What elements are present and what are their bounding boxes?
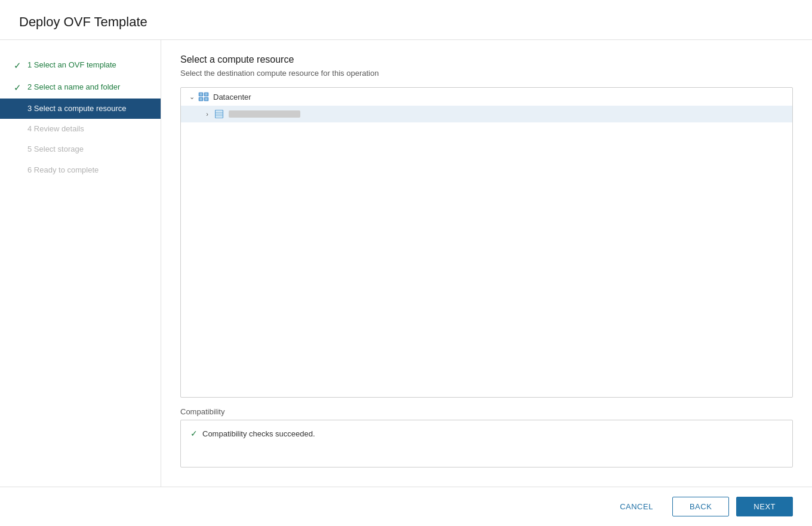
sidebar-item-step6: 6 Ready to complete [0, 160, 161, 180]
compatibility-box: ✓ Compatibility checks succeeded. [180, 420, 793, 467]
sidebar-item-step3[interactable]: 3 Select a compute resource [0, 99, 161, 119]
sidebar-step4-label: 4 Review details [27, 124, 84, 134]
check-icon-step2: ✓ [12, 81, 23, 94]
tree-container[interactable]: ⌄ [180, 87, 793, 398]
deploy-ovf-dialog: Deploy OVF Template ✓ 1 Select an OVF te… [0, 0, 812, 526]
cancel-button[interactable]: CANCEL [608, 497, 665, 516]
dialog-footer: CANCEL BACK NEXT [0, 487, 812, 526]
sidebar-item-step2[interactable]: ✓ 2 Select a name and folder [0, 76, 161, 99]
compat-check-icon: ✓ [190, 429, 198, 438]
next-button[interactable]: NEXT [736, 497, 793, 516]
sidebar-step6-label: 6 Ready to complete [27, 165, 99, 176]
dialog-title: Deploy OVF Template [0, 0, 812, 40]
datacenter-icon [198, 92, 210, 101]
compat-success-message: Compatibility checks succeeded. [202, 429, 315, 438]
main-content: Select a compute resource Select the des… [161, 40, 812, 487]
tree-node-datacenter[interactable]: ⌄ [181, 88, 792, 106]
check-icon-step1: ✓ [12, 59, 23, 72]
section-desc: Select the destination compute resource … [180, 69, 793, 78]
svg-rect-1 [204, 93, 208, 96]
datacenter-label: Datacenter [213, 93, 251, 101]
sidebar: ✓ 1 Select an OVF template ✓ 2 Select a … [0, 40, 161, 487]
expand-toggle-child[interactable]: › [202, 110, 212, 118]
sidebar-item-step5: 5 Select storage [0, 139, 161, 159]
svg-rect-0 [199, 93, 203, 96]
svg-rect-2 [199, 97, 203, 101]
server-icon [213, 110, 225, 118]
tree-node-child[interactable]: › [181, 106, 792, 122]
dialog-body: ✓ 1 Select an OVF template ✓ 2 Select a … [0, 40, 812, 487]
svg-rect-3 [204, 97, 208, 101]
compatibility-label: Compatibility [180, 407, 793, 416]
back-button[interactable]: BACK [672, 497, 729, 516]
sidebar-step5-label: 5 Select storage [27, 144, 84, 155]
child-node-label [229, 110, 300, 118]
sidebar-step2-label: 2 Select a name and folder [27, 82, 120, 93]
sidebar-step1-label: 1 Select an OVF template [27, 60, 116, 70]
sidebar-item-step4: 4 Review details [0, 119, 161, 139]
compatibility-success: ✓ Compatibility checks succeeded. [190, 429, 783, 438]
sidebar-step3-label: 3 Select a compute resource [27, 103, 126, 114]
sidebar-item-step1[interactable]: ✓ 1 Select an OVF template [0, 54, 161, 76]
collapse-toggle-datacenter[interactable]: ⌄ [187, 93, 196, 101]
section-title: Select a compute resource [180, 54, 793, 65]
